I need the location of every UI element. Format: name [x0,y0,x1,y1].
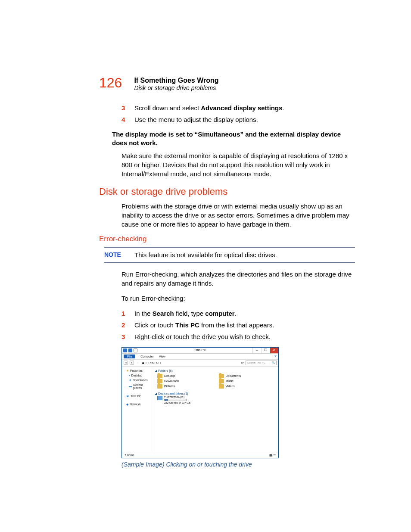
folder-icon [219,374,224,378]
folder-icon [157,374,162,378]
download-icon: ⬇ [129,379,131,382]
folder-icon [219,379,224,383]
status-bar: 7 items ▦ ☰ [122,452,278,458]
forward-button[interactable]: ► [130,361,134,365]
navigation-pane: ★Favorites ▪Desktop ⬇Downloads ▬Recent p… [122,367,152,452]
step-number: 3 [121,332,134,341]
body-paragraph: Make sure the external monitor is capabl… [121,151,355,178]
step-number: 4 [121,115,134,124]
sidebar-recent[interactable]: ▬Recent places [123,383,151,390]
pc-icon: 🖥 [126,395,129,398]
step-text: In the Search field, type computer. [134,309,355,318]
tab-computer[interactable]: Computer [140,355,154,358]
sidebar-network[interactable]: ◆Network [123,402,151,407]
step-list-b: 1 In the Search field, type computer. 2 … [121,309,355,341]
window-titlebar: This PC – ☐ ✕ [122,348,278,354]
section-subtitle: Disk or storage drive problems [134,84,218,91]
sidebar-favorites[interactable]: ★Favorites [123,368,151,373]
step-number: 2 [121,320,134,330]
body-paragraph: To run Error-checking: [121,294,355,303]
file-explorer-window: This PC – ☐ ✕ File Computer View ? ◄ ► ↑… [121,347,279,458]
body-paragraph: Problems with the storage drive or with … [121,202,355,229]
tab-file[interactable]: File [124,355,135,358]
back-button[interactable]: ◄ [124,361,128,365]
tab-view[interactable]: View [159,355,165,358]
up-button[interactable]: ↑ [136,361,140,365]
drive-usage-bar [164,399,187,401]
sidebar-desktop[interactable]: ▪Desktop [123,373,151,378]
group-folders[interactable]: ◢ Folders (6) [155,368,276,373]
body-paragraph: Run Error-checking, which analyzes the d… [121,270,355,288]
recent-icon: ▬ [129,385,132,388]
address-bar: ◄ ► ↑ 🖥 › This PC › ⟳ Search This PC🔍 [122,360,278,367]
chapter-title: If Something Goes Wrong [134,77,218,84]
note-label: NOTE [104,251,134,258]
item-count: 7 items [125,454,134,457]
sidebar-thispc[interactable]: 🖥This PC [123,394,151,398]
ribbon-tabs: File Computer View ? [122,354,278,360]
view-icons[interactable]: ▦ ☰ [269,454,276,457]
heading-error-checking: Error-checking [99,235,355,243]
folder-downloads[interactable]: Downloads [157,379,215,383]
search-input[interactable]: Search This PC🔍 [246,361,277,365]
desktop-icon: ▪ [129,374,130,377]
step-text: Right-click or touch the drive you wish … [134,332,355,341]
page-header: 126 If Something Goes Wrong Disk or stor… [99,76,355,91]
folder-pictures[interactable]: Pictures [157,384,215,389]
heading-disk-problems: Disk or storage drive problems [99,186,355,197]
note-box: NOTE This feature is not available for o… [104,247,355,263]
folder-desktop[interactable]: Desktop [157,374,215,378]
star-icon: ★ [126,369,129,372]
folder-icon [157,384,162,389]
drive-free-text: 222 GB free of 237 GB [164,401,190,404]
folder-videos[interactable]: Videos [219,384,276,389]
group-devices[interactable]: ◢ Devices and drives (1) [155,391,276,396]
close-button[interactable]: ✕ [270,348,278,353]
step-text: Click or touch This PC from the list tha… [134,320,355,330]
step-number: 3 [121,103,134,112]
breadcrumb[interactable]: 🖥 › This PC › [142,361,240,364]
minimize-button[interactable]: – [252,348,261,353]
step-text: Scroll down and select Advanced display … [134,103,355,112]
step-number: 1 [121,309,134,318]
image-caption: (Sample Image) Clicking on or touching t… [121,461,355,468]
drive-icon [157,396,162,400]
network-icon: ◆ [126,403,128,406]
content-pane: ◢ Folders (6) Desktop Documents Download… [152,367,278,452]
note-text: This feature is not available for optica… [134,251,355,258]
search-icon: 🔍 [272,361,275,364]
page-number: 126 [99,76,122,90]
folder-documents[interactable]: Documents [219,374,276,378]
help-icon[interactable]: ? [274,355,277,358]
sidebar-downloads[interactable]: ⬇Downloads [123,378,151,383]
maximize-button[interactable]: ☐ [261,348,270,353]
drive-c[interactable]: TI10782700A (C:) 222 GB free of 237 GB [157,396,276,404]
subheading-display-mode: The display mode is set to “Simultaneous… [112,130,355,148]
step-text: Use the menu to adjust the display optio… [134,115,355,124]
folder-music[interactable]: Music [219,379,276,383]
folder-icon [219,384,224,389]
step-list-a: 3 Scroll down and select Advanced displa… [121,103,355,124]
sample-screenshot: This PC – ☐ ✕ File Computer View ? ◄ ► ↑… [121,347,279,458]
drive-name: TI10782700A (C:) [164,396,190,398]
folder-icon [157,379,162,383]
